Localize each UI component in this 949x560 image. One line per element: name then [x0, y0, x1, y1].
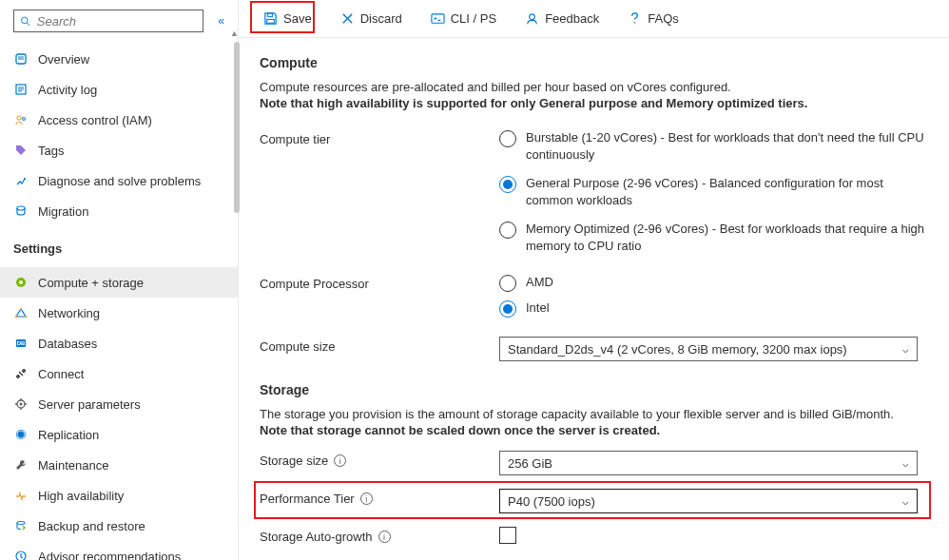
- sidebar-item-label: Tags: [38, 144, 64, 158]
- chevron-down-icon: ⌵: [902, 495, 909, 508]
- compute-processor-amd[interactable]: AMD: [499, 274, 928, 292]
- compute-desc2: Note that high availability is supported…: [260, 96, 928, 110]
- compute-size-select[interactable]: Standard_D2ds_v4 (2 vCores, 8 GiB memory…: [499, 337, 918, 361]
- discard-button[interactable]: Discard: [333, 6, 410, 32]
- maintenance-icon: [13, 457, 29, 473]
- faqs-label: FAQs: [648, 11, 679, 26]
- storage-size-select[interactable]: 256 GiB ⌵: [499, 451, 918, 475]
- compute-tier-burstable[interactable]: Burstable (1-20 vCores) - Best for workl…: [499, 129, 928, 164]
- cli-label: CLI / PS: [451, 11, 496, 26]
- discard-icon: [340, 11, 355, 26]
- svg-point-25: [530, 14, 535, 20]
- cli-ps-button[interactable]: CLI / PS: [423, 6, 504, 32]
- radio-label: AMD: [526, 274, 553, 291]
- save-icon: [263, 11, 278, 26]
- svg-point-20: [17, 522, 25, 525]
- sidebar-item-label: Connect: [38, 367, 84, 381]
- compute-processor-intel[interactable]: Intel: [499, 299, 928, 318]
- sidebar-item-activity-log[interactable]: Activity log: [0, 74, 238, 105]
- info-icon[interactable]: i: [334, 454, 346, 467]
- sidebar-item-label: Compute + storage: [38, 276, 144, 290]
- performance-tier-value: P40 (7500 iops): [508, 494, 595, 509]
- sidebar-item-label: Replication: [38, 428, 99, 442]
- compute-tier-options: Burstable (1-20 vCores) - Best for workl…: [499, 129, 928, 255]
- sidebar-item-server-parameters[interactable]: Server parameters: [0, 389, 238, 419]
- svg-point-4: [17, 116, 21, 120]
- radio-label: Burstable (1-20 vCores) - Best for workl…: [526, 129, 925, 164]
- sidebar-item-connect[interactable]: Connect: [0, 358, 238, 389]
- toolbar: Save Discard CLI / PS Feedback FAQs: [239, 0, 949, 38]
- search-box[interactable]: [13, 10, 203, 32]
- compute-processor-label: Compute Processor: [260, 274, 499, 291]
- compute-size-label: Compute size: [260, 337, 499, 354]
- nav-primary: Overview Activity log Access control (IA…: [0, 44, 238, 226]
- sidebar-item-diagnose[interactable]: Diagnose and solve problems: [0, 165, 238, 196]
- collapse-sidebar-icon[interactable]: «: [218, 14, 224, 28]
- feedback-label: Feedback: [545, 11, 599, 26]
- storage-auto-growth-label: Storage Auto-growth i: [260, 527, 499, 544]
- sidebar-item-networking[interactable]: Networking: [0, 298, 238, 328]
- sidebar-item-label: Advisor recommendations: [38, 550, 181, 561]
- migration-icon: [13, 203, 29, 219]
- svg-text:DB: DB: [17, 340, 26, 346]
- save-button[interactable]: Save: [256, 6, 320, 32]
- performance-tier-select[interactable]: P40 (7500 iops) ⌵: [499, 489, 918, 513]
- performance-tier-label-text: Performance Tier: [260, 492, 355, 506]
- svg-point-12: [25, 316, 27, 318]
- storage-auto-growth-checkbox[interactable]: [499, 527, 516, 544]
- sidebar-item-label: Overview: [38, 52, 89, 67]
- svg-point-0: [21, 17, 28, 24]
- sidebar-item-label: Migration: [38, 204, 88, 219]
- compute-processor-options: AMD Intel: [499, 274, 928, 318]
- main-panel: Save Discard CLI / PS Feedback FAQs Comp…: [239, 0, 949, 560]
- radio-label: Memory Optimized (2-96 vCores) - Best fo…: [526, 221, 925, 255]
- info-icon[interactable]: i: [360, 492, 373, 505]
- compute-tier-general[interactable]: General Purpose (2-96 vCores) - Balanced…: [499, 175, 928, 209]
- connect-icon: [13, 366, 29, 381]
- backup-restore-icon: [13, 518, 29, 533]
- sidebar-item-maintenance[interactable]: Maintenance: [0, 450, 238, 480]
- feedback-icon: [525, 11, 539, 26]
- svg-point-10: [20, 308, 22, 310]
- sidebar-item-backup-restore[interactable]: Backup and restore: [0, 511, 238, 541]
- sidebar-item-label: Backup and restore: [38, 519, 145, 533]
- sidebar-item-replication[interactable]: Replication: [0, 419, 238, 450]
- access-control-icon: [13, 112, 29, 127]
- sidebar-item-migration[interactable]: Migration: [0, 196, 238, 226]
- advisor-icon: [13, 549, 29, 560]
- svg-point-11: [15, 316, 17, 318]
- replication-icon: [13, 427, 29, 442]
- sidebar-item-tags[interactable]: Tags: [0, 135, 238, 165]
- storage-desc1: The storage you provision is the amount …: [260, 407, 928, 421]
- sidebar-item-advisor[interactable]: Advisor recommendations: [0, 541, 238, 560]
- radio-icon[interactable]: [499, 222, 516, 239]
- storage-desc2: Note that storage cannot be scaled down …: [260, 423, 928, 437]
- sidebar-item-access-control[interactable]: Access control (IAM): [0, 105, 238, 135]
- sidebar-scrollbar[interactable]: ▲: [233, 29, 238, 560]
- radio-icon[interactable]: [499, 300, 516, 318]
- activity-log-icon: [13, 82, 29, 97]
- compute-size-value: Standard_D2ds_v4 (2 vCores, 8 GiB memory…: [508, 342, 847, 357]
- compute-tier-memory[interactable]: Memory Optimized (2-96 vCores) - Best fo…: [499, 221, 928, 255]
- svg-point-7: [17, 206, 25, 210]
- sidebar-item-overview[interactable]: Overview: [0, 44, 238, 74]
- sidebar-item-label: Databases: [38, 337, 97, 351]
- radio-icon[interactable]: [499, 275, 516, 292]
- search-input[interactable]: [37, 14, 197, 29]
- radio-icon[interactable]: [499, 130, 516, 147]
- sidebar: « Overview Activity log Access control (…: [0, 0, 239, 560]
- feedback-button[interactable]: Feedback: [517, 6, 607, 32]
- radio-icon[interactable]: [499, 176, 516, 193]
- sidebar-item-label: Networking: [38, 306, 100, 320]
- sidebar-item-databases[interactable]: DB Databases: [0, 328, 238, 358]
- sidebar-item-label: Server parameters: [38, 397, 141, 412]
- storage-size-value: 256 GiB: [508, 456, 552, 471]
- compute-storage-icon: [13, 275, 29, 290]
- info-icon[interactable]: i: [378, 531, 391, 543]
- faqs-button[interactable]: FAQs: [620, 6, 687, 32]
- sidebar-item-high-availability[interactable]: High availability: [0, 480, 238, 511]
- overview-icon: [13, 51, 29, 67]
- storage-size-label-text: Storage size: [260, 454, 328, 468]
- chevron-down-icon: ⌵: [902, 343, 909, 356]
- sidebar-item-compute-storage[interactable]: Compute + storage: [0, 267, 238, 298]
